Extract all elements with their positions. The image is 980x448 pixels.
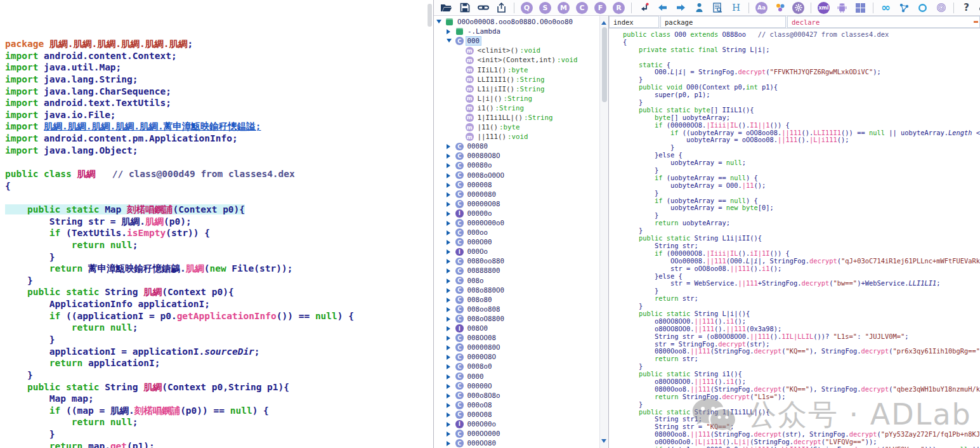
left-editor-scrollbar[interactable]: [428, 4, 432, 27]
expand-arrow-icon[interactable]: [447, 267, 455, 275]
code-line[interactable]: }: [5, 334, 433, 346]
save-button[interactable]: [456, 1, 473, 15]
xml-button[interactable]: xml: [815, 1, 832, 15]
tree-item[interactable]: -.Lambda: [434, 27, 600, 36]
code-line[interactable]: import java.io.File;: [5, 109, 433, 121]
code-line[interactable]: String str = 肌綢.肌綢(p0);: [5, 216, 433, 228]
font-button[interactable]: Aa: [753, 1, 770, 15]
tree-item[interactable]: C00888800: [434, 266, 600, 275]
back-button[interactable]: [654, 1, 671, 15]
tree-item[interactable]: C000OO000: [434, 429, 600, 438]
user-button[interactable]: [691, 1, 708, 15]
quick-search-button[interactable]: Q: [518, 1, 535, 15]
expand-arrow-icon[interactable]: [447, 343, 455, 352]
expand-arrow-icon[interactable]: [447, 181, 455, 189]
tree-item[interactable]: mLLI11I1():String: [434, 75, 600, 84]
ring-button[interactable]: [914, 1, 931, 15]
tree-item[interactable]: I000Oo: [434, 247, 600, 256]
tree-item[interactable]: C000oo: [434, 228, 600, 237]
tree-item[interactable]: C0080oo880: [434, 256, 600, 266]
code-line[interactable]: import android.content.pm.ApplicationInf…: [5, 133, 433, 145]
tree-item[interactable]: m1|I1i1LL|():String: [434, 113, 600, 122]
expand-arrow-icon[interactable]: [447, 296, 455, 304]
tree-item[interactable]: C0000080: [434, 190, 600, 199]
code-line[interactable]: return map.get(p1);: [5, 440, 433, 448]
open-file-button[interactable]: [438, 1, 455, 15]
tree-item[interactable]: C0008o0: [434, 362, 600, 371]
tree-item[interactable]: m||111():void: [434, 132, 600, 142]
expand-arrow-icon[interactable]: [447, 420, 455, 428]
expand-arrow-icon[interactable]: [447, 401, 455, 409]
code-line[interactable]: }: [5, 275, 433, 287]
expand-arrow-icon[interactable]: [447, 392, 455, 400]
fingerprint-button[interactable]: [932, 1, 950, 15]
tree-item[interactable]: mL|i|():String: [434, 94, 600, 103]
code-line[interactable]: return null;: [5, 322, 433, 334]
expand-arrow-icon[interactable]: [447, 247, 455, 256]
code-line[interactable]: uobyteArray = O00.|11();: [623, 182, 980, 190]
code-line[interactable]: return uobyteArray;: [623, 220, 980, 227]
code-line[interactable]: return null;: [5, 239, 433, 251]
code-line[interactable]: private static final String L|i|;: [623, 46, 980, 54]
code-line[interactable]: import java.lang.String;: [5, 74, 433, 86]
expand-arrow-icon[interactable]: [447, 257, 455, 265]
tab-package[interactable]: package: [660, 16, 786, 28]
expand-arrow-icon[interactable]: [447, 37, 455, 45]
theme-dots-button[interactable]: [771, 1, 788, 15]
code-line[interactable]: }: [5, 369, 433, 381]
tree-item[interactable]: C008OO08: [434, 333, 600, 343]
tree-item[interactable]: C008o880O0: [434, 286, 600, 295]
code-line[interactable]: import android.content.Context;: [5, 50, 433, 62]
tree-item[interactable]: C000008: [434, 180, 600, 190]
code-line[interactable]: if (TextUtils.isEmpty(str)) {: [5, 227, 433, 239]
code-line[interactable]: public static String 肌綢(Context p0){: [5, 286, 433, 298]
expand-arrow-icon[interactable]: [447, 315, 455, 323]
tree-item[interactable]: C0000O8O: [434, 352, 600, 362]
settings-button[interactable]: [790, 1, 807, 15]
decompiled-class-source[interactable]: public class O00 extends O888oo // class…: [609, 29, 980, 448]
expand-arrow-icon[interactable]: [447, 372, 455, 381]
expand-arrow-icon[interactable]: [447, 200, 455, 208]
code-line[interactable]: O00.L|i| = StringFog.decrypt("FFVKTHJYQF…: [623, 69, 980, 76]
code-line[interactable]: super(p0, p1);: [623, 91, 980, 99]
code-line[interactable]: package 肌綢.肌綢.肌綢.肌綢.肌綢.肌綢;: [5, 38, 433, 50]
expand-arrow-icon[interactable]: [447, 219, 455, 227]
strings-button[interactable]: S: [537, 1, 554, 15]
tree-item[interactable]: mL1i|iII():String: [434, 84, 600, 94]
tree-item[interactable]: I008O0: [434, 324, 600, 333]
code-line[interactable]: return 蓠申漳甒映鍮秄憶鎕鶣.肌綢(new File(str));: [5, 263, 433, 275]
code-line[interactable]: import 肌綢.肌綢.肌綢.肌綢.肌綢.蓠申漳甒映鍮秄憁鎾謚;: [5, 121, 433, 133]
tree-item[interactable]: C000O00: [434, 237, 600, 247]
hex-view-button[interactable]: H: [728, 1, 745, 15]
cloud-button[interactable]: [976, 1, 980, 15]
tree-item[interactable]: m<clinit>():void: [434, 46, 600, 55]
code-line[interactable]: }: [5, 251, 433, 263]
infinity-button[interactable]: ∞: [877, 1, 894, 15]
tree-item[interactable]: mi1():String: [434, 103, 600, 113]
expand-arrow-icon[interactable]: [447, 190, 455, 199]
classes-button[interactable]: C: [573, 1, 591, 15]
tree-item[interactable]: C0000: [434, 371, 600, 381]
expand-arrow-icon[interactable]: [447, 161, 455, 169]
code-line[interactable]: public static String 肌綢(Context p0,Strin…: [5, 381, 433, 393]
tree-item[interactable]: mIIiL1():byte: [434, 65, 600, 74]
tree-item[interactable]: C00080O8O: [434, 151, 600, 161]
expand-arrow-icon[interactable]: [447, 362, 455, 371]
code-line[interactable]: applicationI = applicationI.sourceDir;: [5, 346, 433, 358]
code-line[interactable]: return null;: [5, 416, 433, 428]
code-line[interactable]: return applicationI;: [5, 357, 433, 369]
expand-arrow-icon[interactable]: [447, 353, 455, 361]
methods-button[interactable]: M: [555, 1, 572, 15]
graph-button[interactable]: [896, 1, 913, 15]
document-search-button[interactable]: [709, 1, 726, 15]
expand-arrow-icon[interactable]: [447, 430, 455, 438]
resources-button[interactable]: R: [610, 1, 627, 15]
tree-item[interactable]: C008o: [434, 276, 600, 286]
link-button[interactable]: [474, 1, 492, 15]
expand-arrow-icon[interactable]: [447, 324, 455, 333]
code-line[interactable]: uobyteArray = oOO8oo08.||111().|L|i111()…: [623, 136, 980, 144]
tree-item[interactable]: C000o8O8o: [434, 391, 600, 400]
code-line[interactable]: if ((map = 肌綢.刻楉唱鐦誧(p0)) == null) {: [5, 405, 433, 417]
code-line[interactable]: uobyteArray = new byte[0];: [623, 204, 980, 212]
code-line[interactable]: public class 肌綢 // class@000d49 from cla…: [5, 168, 433, 180]
